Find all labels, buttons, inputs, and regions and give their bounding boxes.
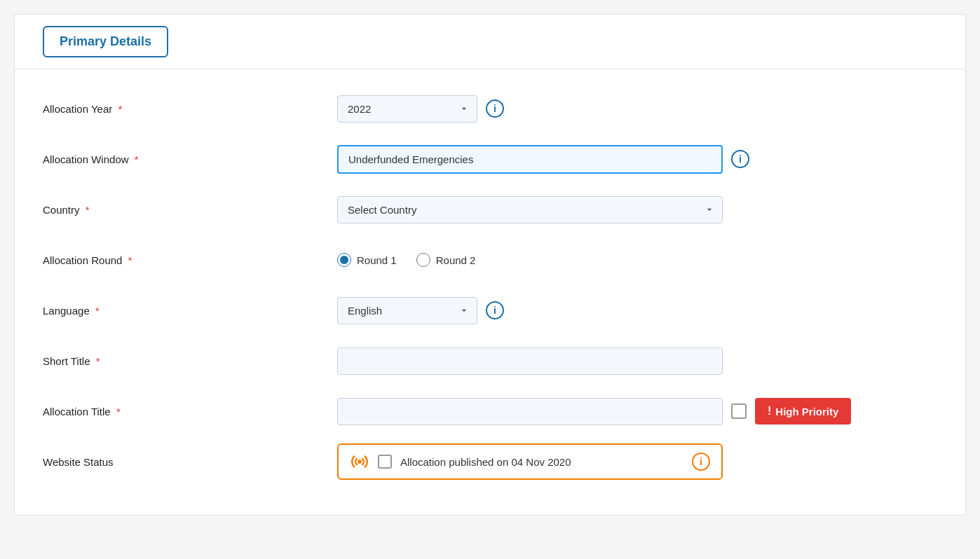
allocation-title-row: Allocation Title * ! High Priority — [43, 386, 937, 436]
allocation-year-label: Allocation Year * — [43, 103, 337, 115]
svg-point-0 — [358, 460, 362, 464]
allocation-window-select[interactable]: Underfunded Emergencies Country-Based Po… — [337, 145, 723, 174]
allocation-window-controls: Underfunded Emergencies Country-Based Po… — [337, 145, 937, 174]
allocation-title-checkbox[interactable] — [731, 403, 747, 419]
website-status-info-icon[interactable]: i — [692, 453, 710, 471]
short-title-input[interactable] — [337, 347, 723, 375]
round2-option[interactable]: Round 2 — [416, 253, 476, 267]
allocation-round-radio-group: Round 1 Round 2 — [337, 253, 475, 267]
required-star: * — [118, 103, 122, 115]
required-star-4: * — [128, 254, 132, 266]
broadcast-icon — [350, 452, 369, 471]
language-label: Language * — [43, 305, 337, 317]
country-row: Country * Select Country Afghanistan Syr… — [43, 184, 937, 235]
country-select[interactable]: Select Country Afghanistan Syria Yemen S… — [337, 196, 723, 223]
allocation-round-controls: Round 1 Round 2 — [337, 253, 937, 267]
round1-label: Round 1 — [357, 254, 397, 266]
round1-option[interactable]: Round 1 — [337, 253, 397, 267]
required-star-5: * — [95, 305, 100, 317]
high-priority-button[interactable]: ! High Priority — [755, 398, 851, 425]
card-title: Primary Details — [60, 34, 151, 48]
allocation-window-label: Allocation Window * — [43, 153, 337, 165]
required-star-6: * — [96, 355, 100, 367]
exclamation-icon: ! — [768, 405, 771, 417]
form-body: Allocation Year * 2020 2021 2022 2023 20… — [15, 76, 965, 487]
required-star-3: * — [86, 204, 90, 216]
country-label: Country * — [43, 204, 337, 216]
allocation-year-select[interactable]: 2020 2021 2022 2023 2024 — [337, 95, 477, 123]
required-star-2: * — [135, 153, 139, 165]
required-star-7: * — [116, 406, 121, 417]
short-title-controls — [337, 347, 937, 375]
website-status-controls: Allocation published on 04 Nov 2020 i — [337, 443, 937, 480]
allocation-title-input[interactable] — [337, 398, 723, 425]
header-divider — [15, 69, 965, 69]
website-status-label: Website Status — [43, 456, 337, 468]
short-title-label: Short Title * — [43, 355, 337, 367]
allocation-year-info-icon[interactable]: i — [486, 99, 504, 118]
short-title-row: Short Title * — [43, 336, 937, 386]
allocation-window-row: Allocation Window * Underfunded Emergenc… — [43, 134, 937, 184]
language-select[interactable]: English French Arabic Spanish — [337, 297, 477, 324]
language-row: Language * English French Arabic Spanish… — [43, 285, 937, 336]
primary-details-card: Primary Details Allocation Year * 2020 2… — [14, 14, 966, 516]
round2-radio[interactable] — [416, 253, 430, 267]
round2-label: Round 2 — [436, 254, 476, 266]
allocation-year-controls: 2020 2021 2022 2023 2024 i — [337, 95, 937, 123]
allocation-year-row: Allocation Year * 2020 2021 2022 2023 20… — [43, 83, 937, 134]
website-status-row: Website Status Allocation publish — [43, 436, 937, 487]
allocation-window-info-icon[interactable]: i — [731, 150, 749, 168]
high-priority-label: High Priority — [775, 406, 838, 417]
country-controls: Select Country Afghanistan Syria Yemen S… — [337, 196, 937, 223]
card-header: Primary Details — [43, 26, 168, 57]
website-status-text: Allocation published on 04 Nov 2020 — [400, 456, 683, 468]
language-controls: English French Arabic Spanish i — [337, 297, 937, 324]
allocation-round-label: Allocation Round * — [43, 254, 337, 266]
allocation-title-controls: ! High Priority — [337, 398, 937, 425]
round1-radio[interactable] — [337, 253, 351, 267]
allocation-round-row: Allocation Round * Round 1 Round 2 — [43, 235, 937, 285]
website-status-checkbox[interactable] — [378, 455, 392, 469]
allocation-title-label: Allocation Title * — [43, 406, 337, 417]
language-info-icon[interactable]: i — [486, 301, 504, 319]
website-status-box: Allocation published on 04 Nov 2020 i — [337, 443, 723, 480]
